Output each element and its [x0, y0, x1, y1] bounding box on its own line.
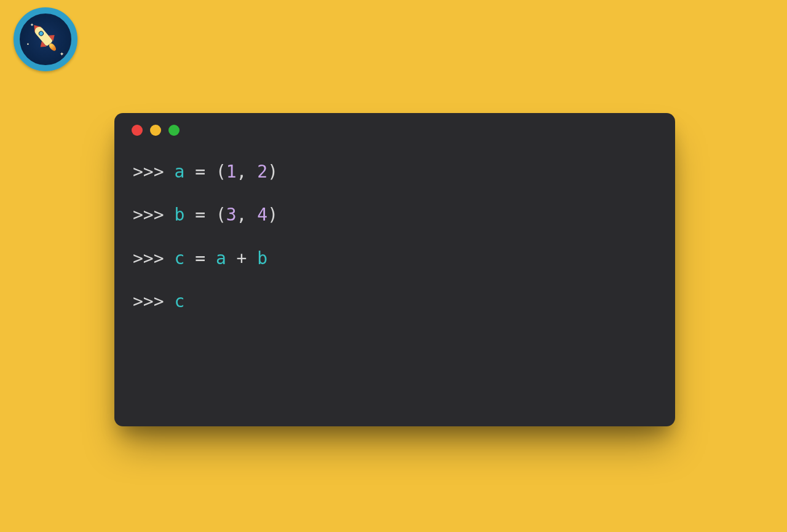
code-token-number: 1	[226, 161, 237, 183]
code-token-number: 3	[226, 204, 237, 226]
code-token-punct: ,	[237, 204, 258, 226]
code-line: >>> b = (3, 4)	[133, 204, 657, 226]
code-token-op: =	[184, 204, 216, 226]
minimize-icon[interactable]	[150, 125, 161, 136]
code-token-number: 2	[257, 161, 267, 183]
code-token-ident: b	[174, 204, 184, 226]
code-token-ident: c	[174, 291, 184, 313]
code-token-prompt: >>>	[133, 291, 174, 313]
code-token-number: 4	[257, 204, 267, 226]
code-token-op: =	[184, 248, 216, 270]
code-token-punct: )	[267, 204, 278, 226]
code-token-ident: b	[257, 248, 267, 270]
code-token-punct: )	[267, 161, 278, 183]
code-token-op: =	[184, 161, 216, 183]
code-token-ident: c	[174, 248, 184, 270]
code-token-punct: (	[216, 204, 226, 226]
code-area: >>> a = (1, 2)>>> b = (3, 4)>>> c = a + …	[114, 147, 675, 313]
code-line: >>> a = (1, 2)	[133, 161, 657, 183]
code-line: >>> c	[133, 291, 657, 313]
code-token-ident: a	[216, 248, 226, 270]
code-token-prompt: >>>	[133, 248, 174, 270]
rocket-icon: ✦ ✦ •	[24, 18, 67, 61]
zoom-icon[interactable]	[168, 125, 180, 136]
code-token-op: +	[226, 248, 258, 270]
brand-logo: ✦ ✦ •	[14, 7, 77, 71]
close-icon[interactable]	[132, 125, 143, 136]
code-token-prompt: >>>	[133, 204, 174, 226]
window-titlebar	[114, 113, 675, 147]
code-token-punct: ,	[237, 161, 258, 183]
code-token-ident: a	[174, 161, 184, 183]
code-window: >>> a = (1, 2)>>> b = (3, 4)>>> c = a + …	[114, 113, 675, 426]
code-token-punct: (	[216, 161, 226, 183]
code-line: >>> c = a + b	[133, 248, 657, 270]
code-token-prompt: >>>	[133, 161, 174, 183]
